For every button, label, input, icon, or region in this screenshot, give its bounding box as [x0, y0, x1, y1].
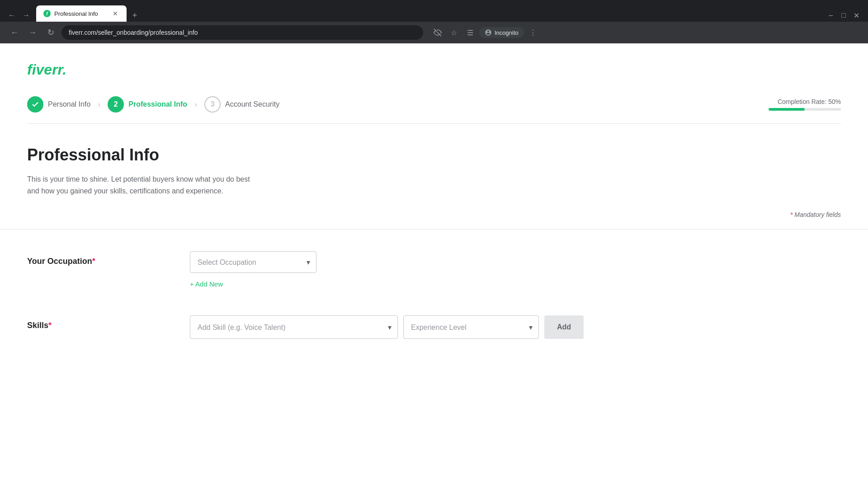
tab-title: Professional Info	[54, 10, 108, 17]
step-2-circle: 2	[108, 96, 124, 113]
step-3-number: 3	[211, 100, 215, 108]
incognito-badge: Incognito	[479, 27, 524, 38]
step-separator-2: ›	[194, 100, 197, 109]
occupation-controls: Select Occupation + Add New	[190, 251, 506, 288]
progress-fill	[769, 108, 805, 111]
reload-button[interactable]: ↻	[43, 25, 58, 40]
add-new-occupation-link[interactable]: + Add New	[190, 280, 223, 288]
menu-button[interactable]: ⋮	[526, 25, 540, 40]
experience-dropdown-wrapper: Experience Level	[403, 315, 539, 339]
skills-required: *	[48, 321, 52, 330]
page-title: Professional Info	[27, 145, 841, 164]
occupation-label: Your Occupation*	[27, 251, 154, 266]
step-3-label: Account Security	[225, 100, 279, 108]
progress-bar	[769, 108, 841, 111]
hide-eye-button[interactable]	[430, 25, 445, 40]
completion-rate: Completion Rate: 50%	[769, 98, 841, 111]
maximize-button[interactable]: □	[837, 9, 850, 22]
skill-dropdown-wrapper: Add Skill (e.g. Voice Talent)	[190, 315, 398, 339]
forward-nav-button[interactable]: →	[25, 25, 40, 40]
step-separator-1: ›	[98, 100, 100, 109]
tab-close-button[interactable]: ✕	[111, 9, 119, 18]
browser-tab-active[interactable]: f Professional Info ✕	[36, 5, 127, 22]
skills-controls: Add Skill (e.g. Voice Talent) Experience…	[190, 315, 506, 339]
step-2-label: Professional Info	[128, 100, 187, 108]
page-description: This is your time to shine. Let potentia…	[27, 174, 262, 197]
steps: Personal Info › 2 Professional Info › 3 …	[27, 96, 279, 113]
browser-actions: ☆ ☰ Incognito ⋮	[430, 25, 540, 40]
logo-dot: .	[62, 61, 66, 78]
sidebar-button[interactable]: ☰	[463, 25, 477, 40]
step-1-circle	[27, 96, 43, 113]
step-2-number: 2	[114, 100, 118, 108]
incognito-label: Incognito	[495, 29, 519, 36]
occupation-select[interactable]: Select Occupation	[190, 251, 316, 273]
step-professional-info[interactable]: 2 Professional Info	[108, 96, 187, 113]
logo-text: fiverr	[27, 61, 62, 78]
back-nav-button[interactable]: ←	[7, 25, 22, 40]
step-3-circle: 3	[204, 96, 221, 113]
mandatory-asterisk: *	[790, 211, 794, 218]
skill-select[interactable]: Add Skill (e.g. Voice Talent)	[190, 315, 398, 339]
add-skill-button[interactable]: Add	[544, 315, 584, 339]
skills-section: Skills* Add Skill (e.g. Voice Talent) Ex…	[27, 315, 841, 339]
tab-bar: ← → f Professional Info ✕ + – □ ✕	[0, 0, 868, 22]
occupation-required: *	[92, 257, 95, 266]
tab-favicon: f	[43, 10, 51, 17]
experience-select[interactable]: Experience Level	[403, 315, 539, 339]
completion-label: Completion Rate: 50%	[769, 98, 841, 105]
step-account-security[interactable]: 3 Account Security	[204, 96, 279, 113]
occupation-section: Your Occupation* Select Occupation + Add…	[27, 251, 841, 288]
step-personal-info[interactable]: Personal Info	[27, 96, 90, 113]
step-1-label: Personal Info	[48, 100, 90, 108]
skills-label: Skills*	[27, 315, 154, 330]
mandatory-text: Mandatory fields	[794, 211, 841, 218]
section-divider	[0, 229, 868, 230]
forward-button[interactable]: →	[20, 9, 33, 22]
minimize-button[interactable]: –	[825, 9, 837, 22]
back-button[interactable]: ←	[5, 9, 18, 22]
bookmark-button[interactable]: ☆	[447, 25, 461, 40]
url-display: fiverr.com/seller_onboarding/professiona…	[69, 29, 198, 36]
occupation-select-wrapper: Select Occupation	[190, 251, 316, 273]
close-window-button[interactable]: ✕	[850, 9, 863, 22]
mandatory-note: * Mandatory fields	[27, 211, 841, 218]
new-tab-button[interactable]: +	[128, 9, 141, 22]
skills-inputs: Add Skill (e.g. Voice Talent) Experience…	[190, 315, 506, 339]
address-bar-row: ← → ↻ fiverr.com/seller_onboarding/profe…	[0, 22, 868, 43]
page-content: fiverr. Personal Info › 2 Professional I…	[0, 43, 868, 384]
address-bar[interactable]: fiverr.com/seller_onboarding/professiona…	[61, 25, 423, 40]
browser-chrome: ← → f Professional Info ✕ + – □ ✕ ← → ↻ …	[0, 0, 868, 43]
fiverr-logo[interactable]: fiverr.	[27, 61, 841, 78]
steps-container: Personal Info › 2 Professional Info › 3 …	[27, 96, 841, 124]
